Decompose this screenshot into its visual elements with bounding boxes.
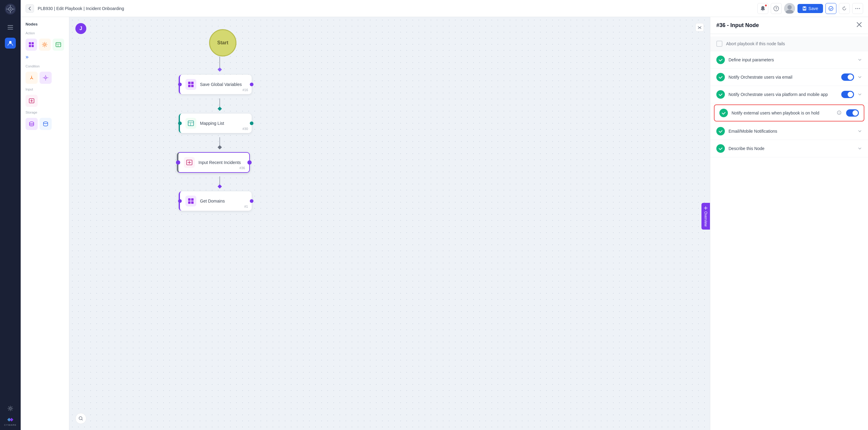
svg-rect-27	[32, 45, 34, 47]
email-mobile-chevron	[858, 129, 862, 133]
svg-point-22	[857, 8, 858, 9]
svg-rect-45	[191, 198, 194, 201]
define-input-check	[716, 56, 725, 64]
main-area: PLB930 | Edit Playbook | Incident Onboar…	[21, 0, 868, 430]
top-header: PLB930 | Edit Playbook | Incident Onboar…	[21, 0, 868, 17]
condition-node-fork[interactable]	[26, 72, 38, 84]
notify-platform-check	[716, 90, 725, 99]
flow-container: J Start Save Global Variables #16	[69, 17, 710, 430]
describe-node-label: Describe this Node	[728, 146, 854, 151]
node-right-dot	[250, 82, 253, 86]
sidebar-user-icon[interactable]	[5, 38, 16, 48]
svg-point-2	[10, 8, 11, 10]
node-30-num: #30	[243, 127, 248, 131]
right-panel-header: #36 - Input Node	[710, 17, 868, 34]
email-mobile-item[interactable]: Email/Mobile Notifications	[710, 123, 868, 140]
node-16-num: #16	[243, 88, 248, 92]
node-icon-16	[185, 79, 196, 90]
close-panel-button[interactable]	[857, 22, 862, 29]
node-left-dot-teal	[178, 122, 182, 125]
node-icon-1	[185, 196, 196, 206]
action-section-label: Action	[23, 30, 67, 36]
abort-checkbox[interactable]	[716, 41, 722, 47]
check-button[interactable]	[826, 3, 836, 14]
notify-email-item[interactable]: Notify Orchestrate users via email	[710, 69, 868, 86]
svg-point-35	[43, 122, 48, 124]
describe-node-item[interactable]: Describe this Node	[710, 140, 868, 157]
svg-rect-29	[56, 42, 61, 47]
storage-section-label: Storage	[23, 109, 67, 115]
action-node-gear[interactable]	[39, 39, 51, 51]
notification-badge	[765, 4, 767, 7]
svg-point-23	[859, 8, 860, 9]
svg-rect-44	[188, 198, 191, 201]
overview-tab[interactable]: Overview	[702, 203, 710, 230]
connector-1	[219, 57, 220, 69]
svg-rect-39	[191, 85, 194, 87]
canvas-search-button[interactable]	[75, 413, 86, 424]
node-mapping-list[interactable]: Mapping List #30	[179, 113, 252, 133]
node-1-num: #1	[244, 205, 248, 208]
action-node-grid[interactable]	[26, 39, 37, 51]
notify-external-item[interactable]: Notify external users when playbook is o…	[714, 104, 864, 122]
sidebar-menu-icon[interactable]	[5, 22, 16, 33]
notification-area	[757, 3, 768, 14]
sidebar: CYWARE	[0, 0, 21, 430]
notify-email-label: Notify Orchestrate users via email	[728, 75, 838, 79]
notify-platform-item[interactable]: Notify Orchestrate users via platform an…	[710, 86, 868, 103]
node-save-global[interactable]: Save Global Variables #16	[179, 75, 252, 94]
svg-rect-38	[188, 85, 191, 87]
svg-point-32	[45, 77, 46, 79]
node-icon-36	[184, 157, 195, 168]
condition-nodes-row	[23, 72, 67, 84]
node-get-domains[interactable]: Get Domains #1	[179, 191, 252, 211]
notify-platform-chevron	[858, 92, 862, 97]
back-button[interactable]	[26, 4, 34, 13]
sidebar-logo	[5, 4, 16, 14]
nodes-panel: Nodes Action » Condition	[21, 17, 69, 430]
expand-arrows[interactable]: »	[23, 53, 67, 61]
refresh-button[interactable]	[839, 3, 850, 14]
svg-point-28	[44, 44, 45, 45]
user-avatar[interactable]	[784, 3, 795, 14]
connector-2	[219, 98, 220, 107]
start-node[interactable]: Start	[209, 29, 237, 57]
breadcrumb: PLB930 | Edit Playbook | Incident Onboar…	[38, 6, 124, 11]
input-node-item[interactable]	[26, 95, 38, 107]
storage-node-2[interactable]	[39, 118, 52, 130]
node-36-num: #36	[240, 166, 245, 170]
node-input-incidents[interactable]: Input Recent Incidents #36	[177, 152, 250, 173]
notify-email-toggle[interactable]	[841, 73, 854, 81]
storage-nodes-row	[23, 118, 67, 130]
notify-external-info-icon: i	[837, 110, 841, 116]
sidebar-bottom: CYWARE	[4, 403, 17, 426]
save-button[interactable]: Save	[798, 4, 823, 13]
notify-external-toggle[interactable]	[846, 109, 859, 117]
help-button[interactable]: ?	[771, 3, 782, 14]
header-actions: ? Save	[757, 3, 863, 14]
action-node-table[interactable]	[53, 39, 64, 51]
svg-rect-7	[8, 25, 13, 26]
panel-title: #36 - Input Node	[716, 22, 759, 29]
collapse-button[interactable]	[695, 23, 704, 32]
notify-platform-toggle[interactable]	[841, 91, 854, 98]
define-input-item[interactable]: Define input parameters	[710, 51, 868, 69]
svg-point-34	[29, 122, 34, 124]
storage-node-1[interactable]	[26, 118, 38, 130]
node-icon-30	[185, 118, 196, 129]
svg-point-21	[856, 8, 857, 9]
abort-label: Abort playbook if this node fails	[726, 41, 862, 46]
more-options-button[interactable]	[852, 3, 863, 14]
diamond-2	[218, 107, 222, 111]
right-panel-body: Abort playbook if this node fails Define…	[710, 34, 868, 430]
svg-text:?: ?	[775, 7, 777, 10]
abort-playbook-item[interactable]: Abort playbook if this node fails	[710, 36, 868, 51]
describe-node-chevron	[858, 146, 862, 151]
node-left-dot-domains	[178, 199, 182, 203]
svg-rect-9	[8, 29, 13, 29]
input-nodes-row	[23, 95, 67, 107]
notify-email-check	[716, 73, 725, 81]
condition-node-cog[interactable]	[39, 72, 52, 84]
sidebar-settings-icon[interactable]	[5, 403, 16, 414]
sidebar-brand: CYWARE	[4, 416, 17, 426]
